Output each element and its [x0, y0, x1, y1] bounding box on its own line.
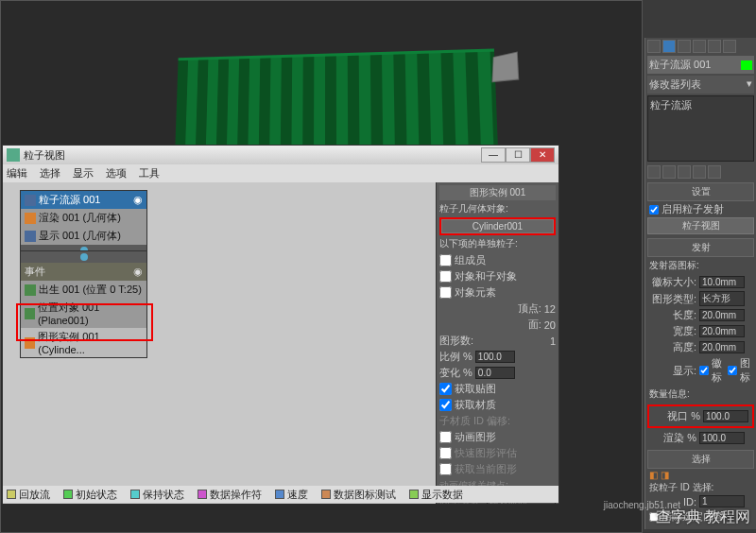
menu-display[interactable]: 显示 — [73, 167, 94, 179]
tab-hierarchy[interactable] — [678, 40, 691, 53]
cb-label: 对象和子对象 — [455, 269, 517, 284]
object-name-field[interactable]: 粒子流源 001 — [647, 56, 754, 74]
depot-icon — [198, 490, 207, 499]
window-icon — [7, 148, 20, 162]
viewport-pct-label: 视口 % — [653, 409, 700, 423]
geom-obj-label: 粒子几何体对象: — [439, 202, 556, 215]
display-op-icon — [25, 231, 36, 242]
id-spinner[interactable]: 1 — [699, 495, 745, 507]
remove-modifier-icon[interactable] — [693, 165, 706, 179]
height-spinner[interactable]: 20.0mm — [699, 341, 745, 353]
logo-size-spinner[interactable]: 10.0mm — [699, 276, 745, 288]
cb-group-members[interactable] — [439, 254, 452, 266]
scale-label: 比例 % — [439, 350, 472, 364]
operator-display[interactable]: 显示 001 (几何体) — [21, 227, 146, 245]
cb-animated-shape[interactable] — [439, 431, 452, 443]
cb-acquire-mapping[interactable] — [439, 383, 452, 395]
pin-stack-icon[interactable] — [647, 165, 661, 179]
command-panel: 粒子流源 001 修改器列表▾ 粒子流源 设置 启用粒子发射 粒子视图 发射 发… — [644, 38, 756, 529]
menu-edit[interactable]: 编辑 — [7, 167, 27, 179]
node-header[interactable]: 事件◉ — [21, 263, 146, 281]
menu-tools[interactable]: 工具 — [139, 167, 160, 179]
length-spinner[interactable]: 20.0mm — [699, 309, 745, 321]
width-spinner[interactable]: 20.0mm — [699, 325, 745, 337]
viewport-pct-spinner[interactable]: 100.0 — [703, 410, 748, 422]
menu-options[interactable]: 选项 — [106, 167, 127, 179]
operator-properties: 图形实例 001 粒子几何体对象: Cylinder001 以下项的单独粒子: … — [436, 182, 558, 504]
tab-motion[interactable] — [693, 40, 706, 53]
stack-item[interactable]: 粒子流源 — [650, 99, 692, 111]
show-logo-checkbox[interactable] — [699, 366, 709, 375]
depot-icon — [409, 490, 419, 499]
depot-icon — [63, 490, 73, 499]
rollout-emit[interactable]: 发射 — [647, 238, 754, 257]
make-unique-icon[interactable] — [678, 165, 691, 179]
depot-item[interactable]: 速度 — [275, 488, 308, 502]
flow-source-node[interactable]: 粒子流源 001◉ 渲染 001 (几何体) 显示 001 (几何体) — [20, 190, 147, 257]
render-pct-spinner[interactable]: 100.0 — [699, 432, 745, 444]
node-title: 粒子流源 001 — [39, 193, 100, 207]
depot-item[interactable]: 显示数据 — [409, 488, 463, 502]
depot-label: 数据操作符 — [210, 488, 262, 502]
operator-label: 渲染 001 (几何体) — [39, 211, 121, 225]
rollout-select[interactable]: 选择 — [647, 450, 754, 469]
window-title: 粒子视图 — [24, 148, 65, 163]
flow-canvas[interactable]: 粒子流源 001◉ 渲染 001 (几何体) 显示 001 (几何体) 事件◉ … — [3, 182, 436, 504]
pick-geometry-button[interactable]: Cylinder001 — [441, 219, 554, 233]
cb-acquire-material[interactable] — [439, 399, 452, 411]
operator-render[interactable]: 渲染 001 (几何体) — [21, 209, 146, 227]
node-toggle-icon[interactable]: ◉ — [133, 194, 143, 206]
color-swatch[interactable] — [741, 60, 752, 70]
show-end-result-icon[interactable] — [662, 165, 676, 179]
modifier-list-dropdown[interactable]: 修改器列表▾ — [647, 76, 754, 94]
shapes-value: 1 — [550, 335, 556, 347]
rollout-settings[interactable]: 设置 — [647, 182, 754, 201]
node-header[interactable]: 粒子流源 001◉ — [21, 191, 146, 209]
panel-tabs — [647, 40, 754, 53]
depot-icon — [130, 490, 140, 499]
icon-type-dropdown[interactable]: 长方形 — [699, 291, 745, 306]
depot-label: 数据图标测试 — [334, 488, 396, 502]
maximize-button[interactable]: ☐ — [506, 147, 530, 163]
input-connector[interactable] — [80, 253, 88, 261]
tab-display[interactable] — [708, 40, 721, 53]
cb-label: 对象元素 — [455, 285, 496, 300]
scene-geometry — [175, 49, 498, 149]
highlight-geom-button: Cylinder001 — [439, 217, 556, 235]
minimize-button[interactable]: — — [481, 147, 506, 163]
chevron-down-icon: ▾ — [747, 77, 752, 92]
depot-item[interactable]: 保持状态 — [130, 488, 184, 502]
particle-view-button[interactable]: 粒子视图 — [647, 217, 754, 234]
length-label: 长度: — [649, 308, 696, 322]
operator-birth[interactable]: 出生 001 (位置 0 T:25) — [21, 281, 146, 299]
view-cube[interactable] — [492, 52, 520, 83]
close-button[interactable]: ✕ — [530, 147, 555, 163]
enable-emit-checkbox[interactable] — [649, 205, 659, 215]
modifier-stack[interactable]: 粒子流源 — [647, 95, 754, 162]
show-icon-checkbox[interactable] — [728, 366, 737, 375]
cb-obj-elements[interactable] — [439, 286, 452, 299]
depot-item[interactable]: 数据操作符 — [198, 488, 262, 502]
select-tools[interactable]: ◧ ◨ — [647, 469, 754, 481]
depot-item[interactable]: 初始状态 — [63, 488, 117, 502]
tab-modify[interactable] — [662, 40, 676, 53]
depot-icon — [7, 490, 16, 499]
window-titlebar[interactable]: 粒子视图 — ☐ ✕ — [3, 146, 558, 164]
verts-label: 顶点: — [439, 301, 541, 316]
variation-spinner[interactable]: 0.0 — [475, 367, 515, 379]
depot-item[interactable]: 回放流 — [7, 488, 50, 502]
depot-item[interactable]: 数据图标测试 — [321, 488, 396, 502]
cb-obj-children[interactable] — [439, 270, 452, 283]
node-title: 事件 — [25, 265, 45, 279]
faces-value: 20 — [544, 319, 556, 331]
tab-create[interactable] — [647, 40, 661, 53]
scale-spinner[interactable]: 100.0 — [475, 351, 515, 363]
cb-label: 获取材质 — [455, 398, 496, 412]
node-toggle-icon[interactable]: ◉ — [133, 266, 143, 278]
tab-utilities[interactable] — [723, 40, 736, 53]
configure-sets-icon[interactable] — [708, 165, 721, 179]
cb-label: 获取贴图 — [455, 382, 496, 396]
faces-label: 面: — [439, 318, 541, 332]
separate-label: 以下项的单独粒子: — [439, 237, 556, 250]
menu-select[interactable]: 选择 — [40, 167, 60, 179]
